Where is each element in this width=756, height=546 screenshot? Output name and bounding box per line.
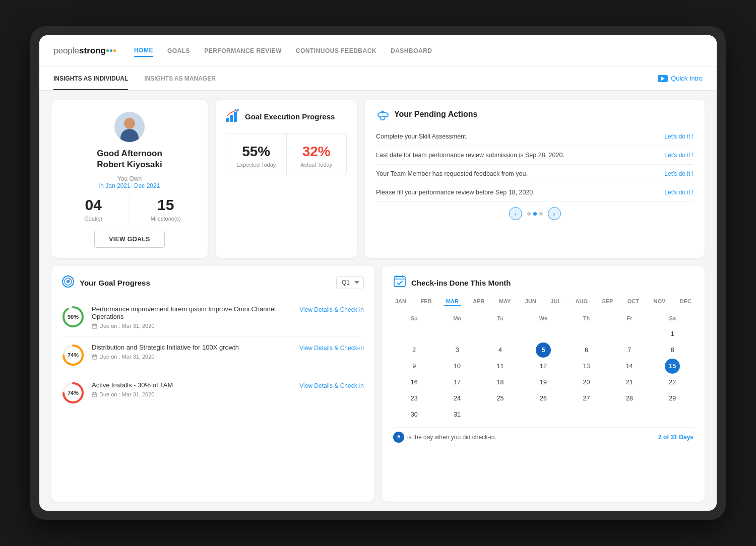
month-nov[interactable]: NOV — [651, 297, 667, 306]
day-cell-17[interactable]: 12 — [536, 359, 551, 374]
goal-info-1: Distribution and Strategic Initiative fo… — [92, 344, 292, 360]
prev-btn[interactable]: ‹ — [509, 207, 522, 220]
action-link-0[interactable]: Let's do it ! — [664, 133, 694, 140]
day-cell-22[interactable]: 17 — [450, 375, 465, 390]
month-jul[interactable]: JUL — [548, 297, 563, 306]
month-jun[interactable]: JUN — [523, 297, 538, 306]
day-cell-7[interactable]: 2 — [407, 343, 422, 358]
logo-people: people — [53, 46, 79, 56]
action-text-2: Your Team Member has requested feedback … — [376, 170, 658, 177]
month-oct[interactable]: OCT — [625, 297, 641, 306]
footer-count: 2 of 31 Days — [658, 434, 694, 441]
day-cell-23[interactable]: 18 — [493, 375, 508, 390]
action-text-0: Complete your Skill Assessment. — [376, 133, 658, 140]
tabs-bar: INSIGHTS AS INDIVIDUAL INSIGHTS AS MANAG… — [39, 66, 717, 91]
goal-item-1: 74% Distribution and Strategic Initiativ… — [61, 336, 364, 374]
card-nav: ‹ › — [376, 207, 694, 220]
nav-feedback[interactable]: CONTINUOUS FEEDBACK — [296, 45, 376, 56]
day-header-su: Su — [393, 313, 435, 325]
legend-text: is the day when you did check-in. — [407, 434, 496, 441]
goal-item-0: 90% Performance improvement lorem ipsum … — [61, 298, 364, 336]
play-triangle — [661, 77, 665, 81]
goal-name-0: Performance improvement lorem ipsum Impr… — [92, 305, 292, 320]
day-cell-15[interactable]: 10 — [450, 359, 465, 374]
day-cell-19[interactable]: 14 — [622, 359, 637, 374]
day-cell-35[interactable]: 30 — [407, 407, 422, 422]
bottom-row: Your Goal Progress Q1 9 — [51, 266, 705, 502]
goal-link-0[interactable]: View Details & Check-in — [299, 306, 364, 313]
day-cell-32[interactable]: 27 — [579, 391, 594, 406]
day-cell-29[interactable]: 24 — [450, 391, 465, 406]
nav-dashboard[interactable]: DASHBOARD — [391, 45, 432, 56]
day-cell-18[interactable]: 13 — [579, 359, 594, 374]
day-cell-9[interactable]: 4 — [493, 343, 508, 358]
month-mar[interactable]: MAR — [444, 297, 461, 306]
goal-name-1: Distribution and Strategic Initiative fo… — [92, 344, 292, 351]
expected-pct: 55% — [234, 144, 278, 160]
month-aug[interactable]: AUG — [574, 297, 590, 306]
month-jan[interactable]: JAN — [393, 297, 408, 306]
day-cell-26[interactable]: 21 — [622, 375, 637, 390]
day-cell-30[interactable]: 25 — [493, 391, 508, 406]
day-cell-3 — [536, 326, 551, 342]
period: in Jan 2021- Dec 2021 — [99, 182, 160, 189]
day-cell-24[interactable]: 19 — [536, 375, 551, 390]
month-apr[interactable]: APR — [471, 297, 486, 306]
circle-progress-0: 90% — [61, 305, 85, 328]
goal-item-2: 74% Active Installs - 30% of TAM Due on … — [61, 374, 364, 412]
day-cell-20[interactable]: 15 — [665, 359, 680, 374]
day-cell-1 — [450, 326, 465, 342]
day-cell-21[interactable]: 16 — [407, 375, 422, 390]
day-cell-25[interactable]: 20 — [579, 375, 594, 390]
nav-home[interactable]: HOME — [134, 45, 153, 57]
tabs: INSIGHTS AS INDIVIDUAL INSIGHTS AS MANAG… — [53, 66, 216, 90]
next-btn[interactable]: › — [548, 207, 561, 220]
day-cell-16[interactable]: 11 — [493, 359, 508, 374]
goal-progress-card: Your Goal Progress Q1 9 — [51, 266, 374, 502]
day-cell-13[interactable]: 8 — [665, 343, 680, 358]
day-cell-6[interactable]: 1 — [665, 326, 680, 342]
view-goals-button[interactable]: VIEW GOALS — [94, 231, 165, 248]
day-cell-33[interactable]: 28 — [622, 391, 637, 406]
day-cell-36[interactable]: 31 — [450, 407, 465, 422]
action-link-1[interactable]: Let's do it ! — [664, 152, 694, 159]
milestones-label: Milestone(s) — [151, 216, 181, 222]
nav-performance[interactable]: PERFORMANCE REVIEW — [204, 45, 282, 56]
day-cell-34[interactable]: 29 — [665, 391, 680, 406]
action-link-2[interactable]: Let's do it ! — [664, 170, 694, 177]
logo-strong: strong — [79, 46, 106, 56]
day-cell-12[interactable]: 7 — [622, 343, 637, 358]
greeting-name: Good Afternoon Robert Kiyosaki — [97, 148, 162, 170]
month-feb[interactable]: FEB — [418, 297, 433, 306]
tab-individual[interactable]: INSIGHTS AS INDIVIDUAL — [53, 66, 128, 90]
svg-rect-1 — [230, 115, 233, 122]
quick-intro-btn[interactable]: Quick Intro — [658, 75, 703, 82]
day-cell-8[interactable]: 3 — [450, 343, 465, 358]
nav-links: HOME GOALS PERFORMANCE REVIEW CONTINUOUS… — [134, 45, 432, 57]
goal-info-0: Performance improvement lorem ipsum Impr… — [92, 305, 292, 329]
nav-goals[interactable]: GOALS — [167, 45, 190, 56]
gp-title-row: Your Goal Progress — [61, 275, 150, 290]
day-cell-31[interactable]: 26 — [536, 391, 551, 406]
day-cell-2 — [493, 326, 508, 342]
quick-intro-label: Quick Intro — [671, 75, 703, 82]
day-cell-28[interactable]: 23 — [407, 391, 422, 406]
action-link-3[interactable]: Let's do it ! — [664, 189, 694, 196]
tab-manager[interactable]: INSIGHTS AS MANAGER — [144, 66, 216, 90]
month-dec[interactable]: DEC — [678, 297, 694, 306]
day-header-tu: Tu — [479, 313, 521, 325]
day-cell-27[interactable]: 22 — [665, 375, 680, 390]
goals-stat: 04 Goal(s) — [61, 196, 125, 223]
month-may[interactable]: MAY — [497, 297, 513, 306]
day-cell-10[interactable]: 5 — [536, 343, 551, 358]
goal-link-1[interactable]: View Details & Check-in — [299, 345, 364, 352]
quarter-select[interactable]: Q1 — [336, 276, 364, 289]
day-cell-37 — [493, 407, 508, 422]
day-cell-11[interactable]: 6 — [579, 343, 594, 358]
svg-rect-9 — [92, 324, 97, 328]
avatar-person — [119, 117, 140, 142]
month-sep[interactable]: SEP — [600, 297, 615, 306]
goal-link-2[interactable]: View Details & Check-in — [299, 382, 364, 389]
day-cell-14[interactable]: 9 — [407, 359, 422, 374]
gp-title: Your Goal Progress — [80, 279, 150, 287]
